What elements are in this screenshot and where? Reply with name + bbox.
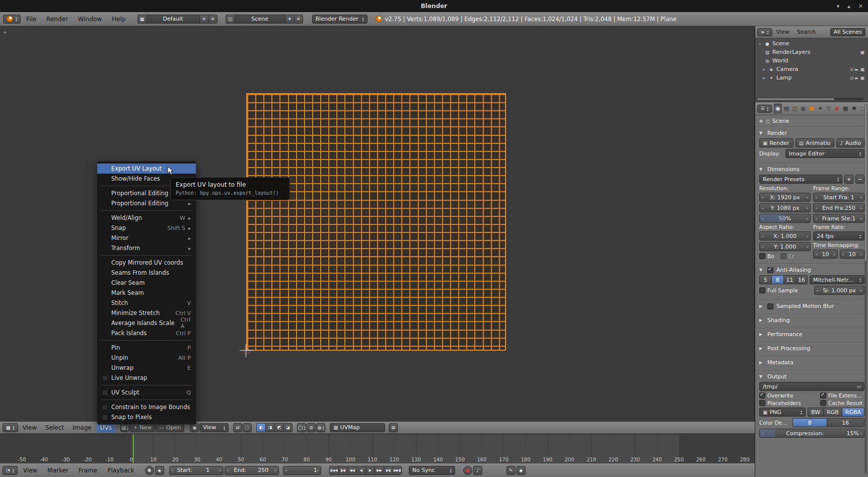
aa-samples-5-button[interactable]: 5 — [759, 275, 771, 284]
panel-render-header[interactable]: ▼ Render — [759, 128, 864, 138]
insert-keyframe-button[interactable]: ◆ — [517, 466, 526, 475]
scene-delete-button[interactable]: ✕ — [294, 15, 303, 24]
properties-tab-data-icon[interactable]: ▽ — [825, 104, 833, 114]
menu-item-mark-seam[interactable]: Mark Seam — [97, 288, 196, 298]
aa-size-field[interactable]: Si: 1.000 px — [814, 286, 864, 295]
aspect-y-field[interactable]: Y: 1.000 — [759, 242, 811, 251]
play-reverse-button[interactable]: ◀ — [356, 466, 366, 475]
menu-file[interactable]: File — [22, 16, 41, 23]
aa-filter-select[interactable]: Mitchell-Netr... — [810, 275, 864, 284]
auto-keyframe-button[interactable]: ● — [145, 466, 154, 475]
aa-samples-11-button[interactable]: 11 — [783, 275, 795, 284]
channels-rgba-button[interactable]: RGBA — [842, 408, 864, 417]
sticky-mode-select[interactable]: View — [199, 423, 229, 432]
sampled-motion-blur-checkbox[interactable] — [767, 303, 773, 309]
prev-keyframe-button[interactable]: ▮◀ — [338, 466, 347, 475]
current-frame-field[interactable]: 1 — [283, 466, 321, 475]
panel-post-processing-header[interactable]: ▶ Post Processing — [759, 344, 864, 353]
color-depth-8-button[interactable]: 8 — [792, 418, 827, 427]
folder-icon[interactable]: ▭ — [856, 384, 861, 389]
jump-to-end-button[interactable]: ▶▶▮ — [393, 466, 402, 475]
properties-tab-scene-icon[interactable]: ◫ — [791, 104, 799, 114]
anti-aliasing-checkbox[interactable] — [767, 267, 773, 273]
lock-button[interactable]: ◈ — [155, 466, 164, 475]
panel-dimensions-header[interactable]: ▼ Dimensions — [759, 165, 864, 175]
panel-metadata-header[interactable]: ▶ Metadata — [759, 358, 864, 367]
aa-samples-8-button[interactable]: 8 — [771, 275, 783, 284]
aspect-x-field[interactable]: X: 1.000 — [759, 231, 811, 241]
menu-item-seams-from-islands[interactable]: Seams From Islands — [97, 268, 196, 278]
outliner-editor-type-select[interactable]: ≡ — [757, 28, 772, 36]
screen-layout-browse-button[interactable]: ▦ — [137, 15, 147, 24]
record-button[interactable]: ● — [463, 466, 472, 475]
timeline-menu-playback[interactable]: Playback — [103, 467, 139, 474]
menu-window[interactable]: Window — [74, 16, 106, 23]
proportional-edit-button[interactable]: ◯ — [297, 423, 306, 432]
region-corner-handle[interactable]: + — [3, 29, 7, 36]
menu-item-unpin[interactable]: UnpinAlt P — [97, 353, 196, 363]
channels-bw-button[interactable]: BW — [808, 408, 823, 417]
close-icon[interactable]: ✕ — [858, 3, 863, 10]
outliner-row-scene[interactable]: − ● Scene — [757, 39, 867, 48]
overwrite-checkbox[interactable] — [759, 392, 765, 399]
frame-forward-button[interactable]: ▶▶ — [375, 466, 384, 475]
select-mode-face-button[interactable]: ◩ — [274, 423, 283, 432]
collapse-icon[interactable]: − — [757, 41, 762, 46]
resolution-y-field[interactable]: Y: 1080 px — [759, 203, 811, 212]
uv-grid[interactable] — [246, 93, 506, 351]
menu-item-mirror[interactable]: Mirror — [97, 233, 196, 243]
renderable-camera-icon[interactable]: ▣ — [860, 75, 864, 81]
select-mode-vertex-button[interactable]: ◧ — [256, 423, 265, 432]
jump-to-start-button[interactable]: ▮◀◀ — [329, 466, 338, 475]
outliner-menu-view[interactable]: View — [773, 29, 793, 35]
panel-anti-aliasing-header[interactable]: ▼ Anti-Aliasing — [759, 265, 864, 275]
full-sample-checkbox[interactable] — [759, 287, 765, 293]
screen-layout-name-field[interactable]: Default — [147, 15, 199, 24]
preset-remove-button[interactable]: − — [855, 175, 864, 184]
menu-item-transform[interactable]: Transform — [97, 243, 196, 253]
renderable-camera-icon[interactable]: ▣ — [860, 67, 864, 72]
menu-render[interactable]: Render — [42, 16, 73, 23]
pin-icon[interactable]: ✥ — [759, 119, 763, 124]
file-extensions-checkbox[interactable] — [820, 392, 826, 399]
audio-sync-button[interactable]: ♪ — [473, 466, 482, 475]
editor-type-button[interactable] — [3, 15, 21, 24]
properties-tab-world-icon[interactable]: ◍ — [800, 104, 808, 114]
menu-item-clear-seam[interactable]: Clear Seam — [97, 278, 196, 288]
expand-icon[interactable]: + — [761, 67, 766, 72]
minimize-icon[interactable]: ▾ — [837, 3, 840, 10]
snap-toggle-button[interactable]: ⊘ — [307, 423, 316, 432]
properties-editor-type-select[interactable]: ☰ — [757, 105, 772, 113]
remap-old-field[interactable]: 10 — [813, 250, 838, 259]
next-keyframe-button[interactable]: ▶▮ — [384, 466, 393, 475]
menu-item-snap[interactable]: SnapShift S — [97, 223, 196, 233]
properties-tab-particles-icon[interactable]: ✱ — [850, 104, 858, 114]
visibility-eye-icon[interactable]: ⊙ — [850, 67, 854, 72]
outliner-horizontal-scrollbar[interactable] — [757, 98, 863, 101]
remap-new-field[interactable]: 10 — [840, 250, 864, 259]
color-depth-16-button[interactable]: 16 — [827, 418, 865, 427]
select-sticky-button[interactable]: ◌ — [243, 423, 252, 432]
expand-icon[interactable]: + — [761, 75, 766, 81]
outliner-row-renderlayers[interactable]: ▤ RenderLayers ▣ — [757, 48, 867, 56]
crop-checkbox[interactable] — [780, 253, 786, 259]
cache-result-checkbox[interactable] — [820, 400, 826, 406]
visibility-eye-icon[interactable]: ⊙ — [850, 75, 854, 81]
menu-item-pin[interactable]: PinP — [97, 343, 196, 353]
outliner-row-camera[interactable]: + ◈ Camera ⊙ ► ▣ — [757, 65, 867, 73]
file-format-select[interactable]: ▣ PNG — [759, 408, 806, 417]
outliner-row-lamp[interactable]: + ✦ Lamp ⊙ ► ▣ — [757, 73, 867, 82]
render-still-button[interactable]: ▣Render — [759, 138, 793, 147]
uv-sync-select-button[interactable]: ⇄ — [233, 423, 242, 432]
render-audio-button[interactable]: ♪Audio — [836, 138, 864, 147]
menu-item-weld-align[interactable]: Weld/AlignW — [97, 213, 196, 223]
output-path-field[interactable]: /tmp/ ▭ — [759, 382, 864, 391]
render-presets-select[interactable]: Render Presets — [759, 175, 842, 184]
compression-slider[interactable]: Compression: 15% — [759, 429, 864, 438]
uv-menu-image[interactable]: Image — [68, 424, 96, 431]
properties-tab-texture-icon[interactable]: ▦ — [842, 104, 850, 114]
resolution-x-field[interactable]: X: 1920 px — [759, 193, 811, 202]
properties-scrollbar[interactable] — [864, 104, 867, 474]
menu-item-snap-to-pixels[interactable]: Snap to Pixels — [97, 412, 196, 422]
render-display-select[interactable]: Image Editor — [785, 149, 864, 158]
